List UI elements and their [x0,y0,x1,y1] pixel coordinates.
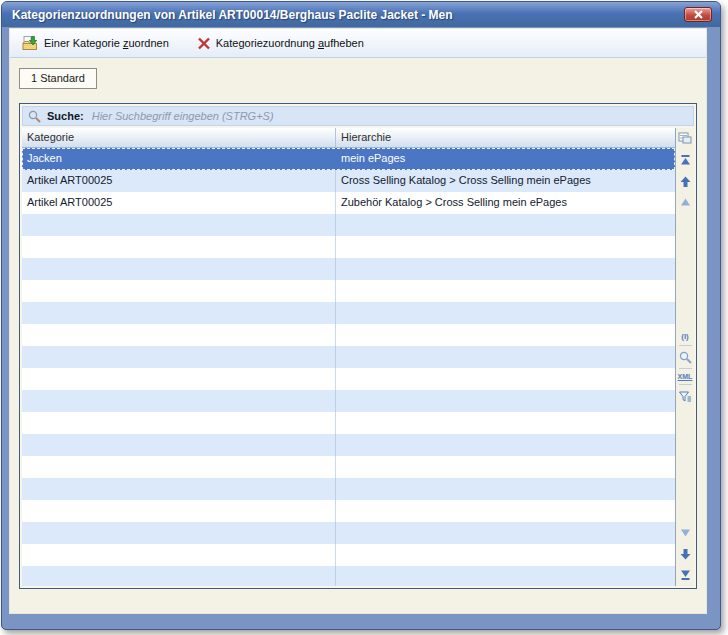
table-row-empty[interactable] [22,500,675,522]
page-down-icon [679,548,692,561]
cell-kategorie [22,368,336,390]
cell-kategorie [22,324,336,346]
remove-label-pre: Kategoriezuordnung [216,37,318,49]
remove-assignment-button[interactable]: Kategoriezuordnung aufheben [193,35,368,52]
cell-kategorie: Jacken [22,148,336,170]
row-down-button[interactable] [677,526,693,540]
column-header-hierarchie[interactable]: Hierarchie [336,128,675,147]
scroll-to-bottom-button[interactable] [677,568,693,582]
cell-kategorie: Artikel ART00025 [22,192,336,214]
cell-kategorie [22,500,336,522]
table-row-empty[interactable] [22,412,675,434]
row-up-button[interactable] [677,195,693,209]
table-body: Jacken mein ePages Artikel ART00025 Cros… [22,148,675,586]
cell-hierarchie [336,324,675,346]
table-row-empty[interactable] [22,434,675,456]
cell-hierarchie [336,522,675,544]
row-up-icon [679,197,692,207]
tab-standard[interactable]: 1 Standard [19,68,97,89]
cell-hierarchie [336,434,675,456]
table-row[interactable]: Artikel ART00025 Zubehör Katalog > Cross… [22,192,675,214]
titlebar[interactable]: Kategorienzuordnungen von Artikel ART000… [2,2,720,27]
cell-hierarchie: mein ePages [336,148,675,170]
dialog-content: Einer Kategorie zuordnen Kategoriezuordn… [9,28,707,614]
table-row-empty[interactable] [22,280,675,302]
close-icon [693,10,704,19]
cell-kategorie [22,412,336,434]
table-row-empty[interactable] [22,214,675,236]
cell-kategorie [22,214,336,236]
cell-hierarchie [336,390,675,412]
page-up-icon [679,175,692,188]
cell-kategorie [22,456,336,478]
table-row-empty[interactable] [22,258,675,280]
cell-hierarchie: Cross Selling Katalog > Cross Selling me… [336,170,675,192]
record-count-indicator[interactable]: (I) [681,332,689,341]
filter-button[interactable] [677,389,693,403]
remove-assignment-icon [197,37,211,50]
table-row[interactable]: Jacken mein ePages [22,148,675,170]
cell-kategorie [22,566,336,586]
grid-side-strip: (I) XML [676,128,694,586]
search-bar: Suche: [22,106,694,126]
cell-kategorie [22,236,336,258]
column-chooser-icon [678,132,692,144]
cell-kategorie [22,544,336,566]
cell-hierarchie [336,258,675,280]
cell-hierarchie [336,412,675,434]
cell-kategorie [22,390,336,412]
table-row-empty[interactable] [22,566,675,586]
table-row[interactable]: Artikel ART00025 Cross Selling Katalog >… [22,170,675,192]
assign-category-button[interactable]: Einer Kategorie zuordnen [18,33,173,53]
row-down-icon [679,528,692,538]
cell-kategorie [22,434,336,456]
cell-kategorie [22,522,336,544]
close-button[interactable] [684,7,712,22]
table-row-empty[interactable] [22,544,675,566]
assignments-table: Kategorie Hierarchie Jacken mein ePages … [22,128,676,586]
table-row-empty[interactable] [22,478,675,500]
table-row-empty[interactable] [22,302,675,324]
cell-hierarchie [336,544,675,566]
magnifier-icon [679,351,692,364]
dialog-window: Kategorienzuordnungen von Artikel ART000… [1,1,721,630]
table-row-empty[interactable] [22,368,675,390]
scroll-to-bottom-icon [679,569,692,581]
table-row-empty[interactable] [22,456,675,478]
toolbar: Einer Kategorie zuordnen Kategoriezuordn… [10,29,706,58]
zoom-search-button[interactable] [677,350,693,364]
cell-kategorie [22,346,336,368]
cell-hierarchie [336,236,675,258]
page-down-button[interactable] [677,547,693,561]
remove-label-post: ufheben [324,37,364,49]
search-input[interactable] [90,109,688,123]
cell-kategorie [22,258,336,280]
search-label: Suche: [47,110,84,122]
cell-kategorie [22,302,336,324]
grid-area: Kategorie Hierarchie Jacken mein ePages … [22,128,694,586]
column-chooser-button[interactable] [677,131,693,145]
table-row-empty[interactable] [22,522,675,544]
xml-export-button[interactable]: XML [678,373,693,380]
cell-hierarchie [336,566,675,586]
table-row-empty[interactable] [22,390,675,412]
table-row-empty[interactable] [22,324,675,346]
cell-hierarchie [336,302,675,324]
table-row-empty[interactable] [22,236,675,258]
cell-hierarchie: Zubehör Katalog > Cross Selling mein ePa… [336,192,675,214]
cell-hierarchie [336,368,675,390]
window-title: Kategorienzuordnungen von Artikel ART000… [12,8,453,22]
cell-hierarchie [336,214,675,236]
page-up-button[interactable] [677,174,693,188]
cell-kategorie [22,478,336,500]
column-header-kategorie[interactable]: Kategorie [22,128,336,147]
scroll-to-top-button[interactable] [677,153,693,167]
table-row-empty[interactable] [22,346,675,368]
assign-label-post: uordnen [128,37,168,49]
cell-kategorie: Artikel ART00025 [22,170,336,192]
cell-hierarchie [336,456,675,478]
table-header: Kategorie Hierarchie [22,128,675,148]
cell-hierarchie [336,346,675,368]
assign-category-icon [22,35,39,51]
filter-icon [678,390,692,403]
